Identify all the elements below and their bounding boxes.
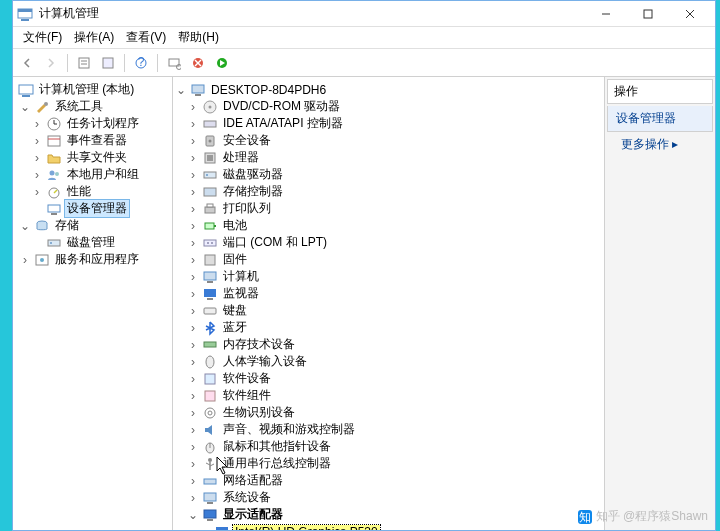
caret-right-icon[interactable]: › (187, 288, 199, 300)
device-category-keyboards[interactable]: ›键盘 (173, 302, 604, 319)
device-category-firmware[interactable]: ›固件 (173, 251, 604, 268)
svg-rect-37 (192, 85, 204, 93)
caret-right-icon[interactable]: › (31, 118, 43, 130)
tree-node-event-viewer[interactable]: ›事件查看器 (13, 132, 172, 149)
caret-right-icon[interactable]: › (31, 135, 43, 147)
device-category-security[interactable]: ›安全设备 (173, 132, 604, 149)
device-category-sw_devices[interactable]: ›软件设备 (173, 370, 604, 387)
caret-right-icon[interactable]: › (187, 407, 199, 419)
tree-node-performance[interactable]: ›性能 (13, 183, 172, 200)
caret-right-icon[interactable]: › (31, 152, 43, 164)
caret-right-icon[interactable]: › (31, 186, 43, 198)
device-gpu-intel[interactable]: Intel(R) HD Graphics P530 (173, 523, 604, 530)
device-category-cpu[interactable]: ›处理器 (173, 149, 604, 166)
caret-right-icon[interactable]: › (187, 135, 199, 147)
caret-down-icon[interactable]: ⌄ (19, 220, 31, 232)
caret-right-icon[interactable]: › (19, 254, 31, 266)
caret-right-icon[interactable]: › (187, 492, 199, 504)
caret-down-icon[interactable]: ⌄ (19, 101, 31, 113)
menu-action[interactable]: 操作(A) (68, 27, 120, 48)
tree-node-disk-management[interactable]: 磁盘管理 (13, 234, 172, 251)
menu-help[interactable]: 帮助(H) (172, 27, 225, 48)
device-category-computer[interactable]: ›计算机 (173, 268, 604, 285)
device-category-mouse[interactable]: ›鼠标和其他指针设备 (173, 438, 604, 455)
device-display-adapters[interactable]: ⌄显示适配器 (173, 506, 604, 523)
actions-header: 操作 (607, 79, 713, 104)
device-category-biometric[interactable]: ›生物识别设备 (173, 404, 604, 421)
ide-icon (202, 116, 218, 132)
caret-right-icon[interactable]: › (187, 118, 199, 130)
svg-rect-79 (216, 527, 228, 531)
device-category-storage_ctrl[interactable]: ›存储控制器 (173, 183, 604, 200)
device-category-printers[interactable]: ›打印队列 (173, 200, 604, 217)
device-category-usb[interactable]: ›通用串行总线控制器 (173, 455, 604, 472)
tree-node-device-manager[interactable]: 设备管理器 (13, 200, 172, 217)
device-category-dvd[interactable]: ›DVD/CD-ROM 驱动器 (173, 98, 604, 115)
tree-node-task-scheduler[interactable]: ›任务计划程序 (13, 115, 172, 132)
device-category-bluetooth[interactable]: ›蓝牙 (173, 319, 604, 336)
storage-icon (34, 218, 50, 234)
cpu-icon (202, 150, 218, 166)
caret-right-icon[interactable]: › (187, 271, 199, 283)
close-button[interactable] (669, 1, 711, 27)
device-category-ports[interactable]: ›端口 (COM 和 LPT) (173, 234, 604, 251)
tree-node-shared-folders[interactable]: ›共享文件夹 (13, 149, 172, 166)
device-category-network[interactable]: ›网络适配器 (173, 472, 604, 489)
caret-right-icon[interactable]: › (187, 356, 199, 368)
actions-more[interactable]: 更多操作 ▸ (605, 132, 715, 157)
caret-right-icon[interactable]: › (31, 169, 43, 181)
device-category-system_devices[interactable]: ›系统设备 (173, 489, 604, 506)
toolbar-icon[interactable] (98, 53, 118, 73)
help-button[interactable]: ? (131, 53, 151, 73)
device-category-battery[interactable]: ›电池 (173, 217, 604, 234)
tree-node-root[interactable]: 计算机管理 (本地) (13, 81, 172, 98)
device-category-memory[interactable]: ›内存技术设备 (173, 336, 604, 353)
device-root[interactable]: ⌄DESKTOP-8D4PDH6 (173, 81, 604, 98)
caret-right-icon[interactable]: › (187, 305, 199, 317)
back-button[interactable] (17, 53, 37, 73)
caret-right-icon[interactable]: › (187, 475, 199, 487)
navigation-tree[interactable]: 计算机管理 (本地) ⌄系统工具 ›任务计划程序 ›事件查看器 ›共享文件夹 ›… (13, 77, 173, 530)
caret-down-icon[interactable]: ⌄ (187, 509, 199, 521)
device-category-sw_components[interactable]: ›软件组件 (173, 387, 604, 404)
caret-right-icon[interactable]: › (187, 441, 199, 453)
caret-down-icon[interactable]: ⌄ (175, 84, 187, 96)
caret-right-icon[interactable]: › (187, 220, 199, 232)
forward-button[interactable] (41, 53, 61, 73)
caret-right-icon[interactable]: › (187, 339, 199, 351)
caret-right-icon[interactable]: › (187, 322, 199, 334)
caret-right-icon[interactable]: › (187, 169, 199, 181)
storage_ctrl-icon (202, 184, 218, 200)
uninstall-button[interactable] (188, 53, 208, 73)
maximize-button[interactable] (627, 1, 669, 27)
tree-node-system-tools[interactable]: ⌄系统工具 (13, 98, 172, 115)
caret-right-icon[interactable]: › (187, 237, 199, 249)
titlebar[interactable]: 计算机管理 (13, 1, 715, 27)
caret-right-icon[interactable]: › (187, 458, 199, 470)
svg-point-47 (206, 174, 208, 176)
minimize-button[interactable] (585, 1, 627, 27)
device-category-sound[interactable]: ›声音、视频和游戏控制器 (173, 421, 604, 438)
device-category-ide[interactable]: ›IDE ATA/ATAPI 控制器 (173, 115, 604, 132)
caret-right-icon[interactable]: › (187, 373, 199, 385)
svg-point-67 (208, 411, 212, 415)
caret-right-icon[interactable]: › (187, 186, 199, 198)
scan-button[interactable] (164, 53, 184, 73)
caret-right-icon[interactable]: › (187, 101, 199, 113)
tree-node-storage[interactable]: ⌄存储 (13, 217, 172, 234)
enable-button[interactable] (212, 53, 232, 73)
caret-right-icon[interactable]: › (187, 390, 199, 402)
device-tree[interactable]: ⌄DESKTOP-8D4PDH6 ›DVD/CD-ROM 驱动器›IDE ATA… (173, 77, 605, 530)
tree-node-local-users[interactable]: ›本地用户和组 (13, 166, 172, 183)
properties-button[interactable] (74, 53, 94, 73)
device-category-monitors[interactable]: ›监视器 (173, 285, 604, 302)
tree-node-services[interactable]: ›服务和应用程序 (13, 251, 172, 268)
caret-right-icon[interactable]: › (187, 203, 199, 215)
menu-view[interactable]: 查看(V) (120, 27, 172, 48)
menu-file[interactable]: 文件(F) (17, 27, 68, 48)
device-category-disk_drives[interactable]: ›磁盘驱动器 (173, 166, 604, 183)
caret-right-icon[interactable]: › (187, 424, 199, 436)
caret-right-icon[interactable]: › (187, 254, 199, 266)
device-category-hid[interactable]: ›人体学输入设备 (173, 353, 604, 370)
caret-right-icon[interactable]: › (187, 152, 199, 164)
